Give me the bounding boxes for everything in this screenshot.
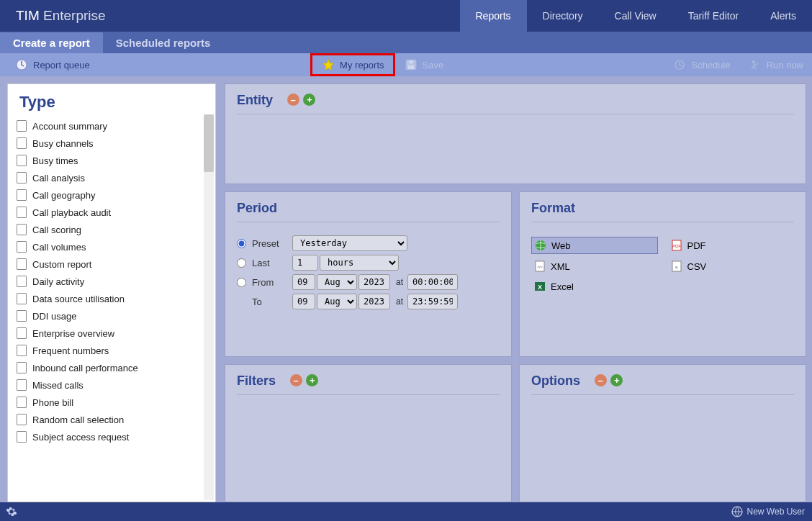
period-last-value[interactable] [292,255,318,271]
type-item[interactable]: Call playback audit [12,204,215,221]
format-excel[interactable]: X Excel [531,278,658,294]
schedule-icon [672,58,687,72]
period-from-month[interactable]: Aug [317,274,357,290]
entity-panel: Entity – + [225,83,806,184]
type-item[interactable]: Call volumes [12,238,215,255]
my-reports-button[interactable]: My reports [310,53,394,76]
period-from-day[interactable] [292,274,315,290]
report-queue-label: Report queue [33,60,90,71]
status-user[interactable]: New Web User [747,507,805,517]
report-queue-button[interactable]: Report queue [0,53,99,76]
format-csv[interactable]: a, CSV [668,258,795,274]
period-to-time[interactable] [407,294,458,309]
type-item[interactable]: Inbound call performance [12,359,215,376]
globe-icon [535,240,546,251]
schedule-label: Schedule [691,60,730,71]
period-preset-select[interactable]: Yesterday [292,235,407,251]
period-panel: Period Preset Yesterday Last hours [225,191,512,357]
entity-remove-button[interactable]: – [287,94,299,106]
schedule-button[interactable]: Schedule [664,53,739,76]
options-heading: Options [531,373,580,389]
period-from-time[interactable] [407,274,458,290]
type-item[interactable]: Call geography [12,186,215,204]
nav-directory[interactable]: Directory [527,0,599,32]
type-item[interactable]: Call analysis [12,169,215,186]
document-icon [17,310,27,322]
tab-create-report[interactable]: Create a report [0,32,103,53]
type-item[interactable]: Frequent numbers [12,342,215,359]
document-icon [17,137,27,149]
nav-alerts[interactable]: Alerts [754,0,812,32]
type-item[interactable]: Phone bill [12,394,215,411]
period-preset-radio[interactable] [237,239,246,248]
document-icon [17,224,27,235]
type-item[interactable]: DDI usage [12,307,215,325]
filters-heading: Filters [237,373,276,389]
run-now-label: Run now [767,60,803,71]
format-web[interactable]: Web [531,237,658,254]
svg-text:PDF: PDF [672,244,681,248]
sub-nav: Create a report Scheduled reports [0,32,812,53]
type-item[interactable]: Enterprise overview [12,325,215,342]
period-last-label: Last [252,258,292,268]
format-xml[interactable]: </> XML [531,258,658,274]
at-label: at [396,277,403,287]
type-item[interactable]: Busy channels [12,135,215,152]
period-last-radio[interactable] [237,258,246,268]
filters-add-button[interactable]: + [306,374,318,386]
type-sidebar: Type Account summary Busy channels Busy … [7,83,216,502]
scrollbar[interactable] [204,114,214,500]
document-icon [17,414,27,425]
type-item[interactable]: Missed calls [12,376,215,394]
type-item[interactable]: Call scoring [12,221,215,238]
format-pdf[interactable]: PDF PDF [668,237,795,254]
excel-icon: X [534,281,546,292]
divider [237,114,794,114]
document-icon [17,120,27,132]
period-from-year[interactable] [358,274,390,290]
save-icon [404,58,418,72]
period-from-radio[interactable] [237,278,246,287]
tab-scheduled-reports[interactable]: Scheduled reports [103,32,224,53]
type-item[interactable]: Random call selection [12,411,215,428]
period-to-month[interactable]: Aug [317,294,357,309]
options-remove-button[interactable]: – [595,374,607,386]
period-to-day[interactable] [292,294,315,309]
period-last-unit-select[interactable]: hours [320,255,399,271]
divider [531,222,794,222]
entity-add-button[interactable]: + [303,94,315,106]
svg-text:</>: </> [537,265,542,269]
type-item[interactable]: Account summary [12,117,215,135]
logo-bold: TIM [16,8,40,23]
options-add-button[interactable]: + [610,374,623,386]
entity-heading: Entity [237,93,273,108]
nav-reports[interactable]: Reports [460,0,527,32]
svg-text:a,: a, [675,265,677,269]
filters-remove-button[interactable]: – [290,374,302,386]
run-now-button[interactable]: Run now [739,53,812,76]
star-icon [321,58,335,72]
main-area: Entity – + Period Preset Yesterday Last [216,76,812,502]
nav-tariff-editor[interactable]: Tariff Editor [672,0,755,32]
main-nav: Reports Directory Call View Tariff Edito… [460,0,813,32]
type-item[interactable]: Busy times [12,152,215,169]
save-button[interactable]: Save [395,53,453,76]
period-to-year[interactable] [358,294,390,309]
document-icon [17,327,27,339]
main-header: TIM Enterprise Reports Directory Call Vi… [0,0,812,32]
type-item[interactable]: Subject access request [12,428,215,445]
document-icon [17,362,27,373]
document-icon [17,258,27,270]
document-icon [17,189,27,201]
type-item[interactable]: Data source utilisation [12,290,215,307]
scrollbar-thumb[interactable] [204,114,214,172]
type-item[interactable]: Daily activity [12,273,215,290]
status-bar: New Web User [0,502,812,521]
nav-call-view[interactable]: Call View [599,0,672,32]
type-item[interactable]: Custom report [12,255,215,273]
pdf-icon: PDF [671,240,682,251]
svg-rect-2 [408,65,414,69]
svg-rect-3 [409,60,413,63]
settings-gear-icon[interactable] [6,506,17,517]
document-icon [17,379,27,391]
